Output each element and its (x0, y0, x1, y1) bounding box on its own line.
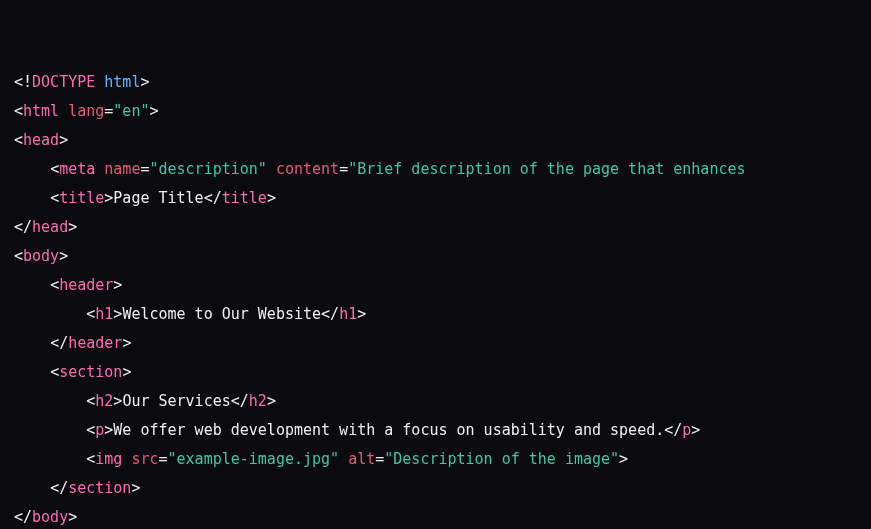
indent (14, 392, 86, 410)
punct: > (68, 218, 77, 236)
punct: < (50, 189, 59, 207)
tag-h2-close: h2 (249, 392, 267, 410)
punct: < (14, 247, 23, 265)
punct: </ (50, 479, 68, 497)
punct: > (59, 247, 68, 265)
equals: = (375, 450, 384, 468)
space (95, 73, 104, 91)
punct: <! (14, 73, 32, 91)
text-h2: Our Services (122, 392, 230, 410)
attr-alt: alt (348, 450, 375, 468)
punct: > (131, 479, 140, 497)
punct: < (14, 131, 23, 149)
tag-img: img (95, 450, 122, 468)
indent (14, 334, 50, 352)
punct: < (86, 392, 95, 410)
punct: </ (50, 334, 68, 352)
punct: > (267, 392, 276, 410)
punct: > (104, 189, 113, 207)
tag-body: body (23, 247, 59, 265)
punct: < (50, 276, 59, 294)
punct: > (691, 421, 700, 439)
attr-lang: lang (68, 102, 104, 120)
punct: > (113, 276, 122, 294)
doctype-keyword: DOCTYPE (32, 73, 95, 91)
punct: </ (204, 189, 222, 207)
punct: > (59, 131, 68, 149)
punct: </ (321, 305, 339, 323)
punct: < (14, 102, 23, 120)
attr-src: src (131, 450, 158, 468)
tag-p: p (95, 421, 104, 439)
text-h1: Welcome to Our Website (122, 305, 321, 323)
indent (14, 363, 50, 381)
equals: = (159, 450, 168, 468)
tag-header-close: header (68, 334, 122, 352)
tag-head-close: head (32, 218, 68, 236)
indent (14, 479, 50, 497)
doctype-html: html (104, 73, 140, 91)
tag-title: title (59, 189, 104, 207)
punct: </ (664, 421, 682, 439)
punct: < (86, 421, 95, 439)
attr-name: name (104, 160, 140, 178)
punct: </ (14, 218, 32, 236)
text-title: Page Title (113, 189, 203, 207)
punct: </ (14, 508, 32, 526)
tag-h2: h2 (95, 392, 113, 410)
val-src: "example-image.jpg" (168, 450, 340, 468)
attr-content: content (276, 160, 339, 178)
tag-meta: meta (59, 160, 95, 178)
space (59, 102, 68, 120)
punct: </ (231, 392, 249, 410)
space (339, 450, 348, 468)
space (95, 160, 104, 178)
tag-section: section (59, 363, 122, 381)
val-content-text: "Brief description of the page that enha… (348, 160, 754, 178)
indent (14, 305, 86, 323)
tag-header: header (59, 276, 113, 294)
punct: < (50, 363, 59, 381)
val-alt: "Description of the image" (384, 450, 619, 468)
tag-body-close: body (32, 508, 68, 526)
val-en: "en" (113, 102, 149, 120)
equals: = (104, 102, 113, 120)
punct: < (86, 450, 95, 468)
punct: < (86, 305, 95, 323)
indent (14, 189, 50, 207)
punct: > (619, 450, 628, 468)
space (267, 160, 276, 178)
punct: < (50, 160, 59, 178)
punct: > (68, 508, 77, 526)
tag-head: head (23, 131, 59, 149)
tag-h1: h1 (95, 305, 113, 323)
punct: > (140, 73, 149, 91)
punct: > (149, 102, 158, 120)
text-p: We offer web development with a focus on… (113, 421, 664, 439)
indent (14, 276, 50, 294)
punct: > (122, 334, 131, 352)
punct: > (122, 363, 131, 381)
tag-section-close: section (68, 479, 131, 497)
indent (14, 450, 86, 468)
punct: > (357, 305, 366, 323)
indent (14, 421, 86, 439)
indent (14, 160, 50, 178)
equals: = (339, 160, 348, 178)
tag-h1-close: h1 (339, 305, 357, 323)
tag-title-close: title (222, 189, 267, 207)
tag-html: html (23, 102, 59, 120)
punct: > (104, 421, 113, 439)
tag-p-close: p (682, 421, 691, 439)
val-description: "description" (149, 160, 266, 178)
code-block: <!DOCTYPE html> <html lang="en"> <head> … (14, 68, 857, 529)
punct: > (267, 189, 276, 207)
